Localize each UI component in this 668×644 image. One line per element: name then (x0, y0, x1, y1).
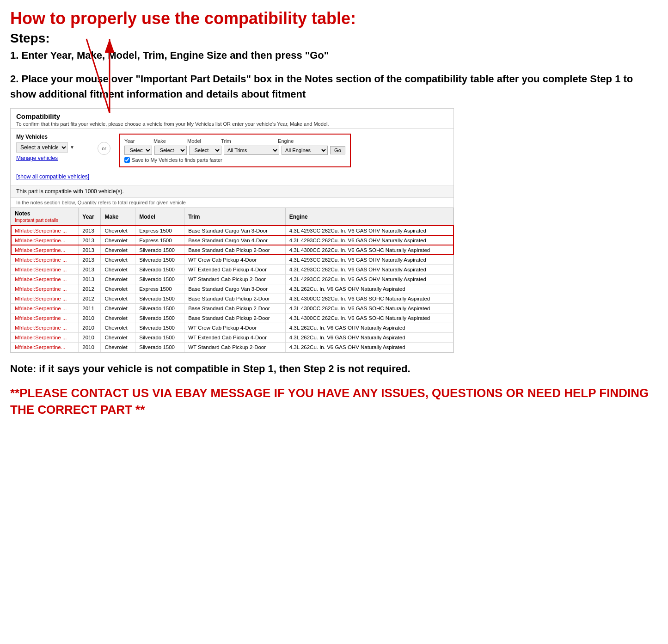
model-cell: Silverado 1500 (135, 255, 184, 264)
steps-heading: Steps: (10, 31, 658, 46)
table-row: Mfrlabel:Serpentine ...2013ChevroletSilv… (11, 264, 454, 274)
go-button[interactable]: Go (330, 146, 345, 154)
col-header-notes: Notes Important part details (11, 208, 79, 226)
compat-title: Compatibility (16, 112, 448, 120)
notes-cell: Mfrlabel:Serpentine ... (11, 255, 79, 264)
make-cell: Chevrolet (101, 264, 135, 274)
notes-cell: Mfrlabel:Serpentine ... (11, 284, 79, 294)
engine-cell: 4.3L 4300CC 262Cu. In. V6 GAS SOHC Natur… (285, 313, 453, 323)
model-cell: Silverado 1500 (135, 264, 184, 274)
make-cell: Chevrolet (101, 284, 135, 294)
col-header-model: Model (135, 208, 184, 226)
trim-cell: WT Crew Cab Pickup 4-Door (184, 323, 286, 332)
table-row: Mfrlabel:Serpentine ...2013ChevroletSilv… (11, 274, 454, 284)
make-cell: Chevrolet (101, 323, 135, 332)
trim-cell: Base Standard Cargo Van 4-Door (184, 235, 286, 245)
or-circle: or (98, 142, 110, 155)
my-vehicles-col: My Vehicles Select a vehicle ▼ Manage ve… (16, 134, 89, 180)
notes-cell: Mfrlabel:Serpentine ... (11, 226, 79, 235)
model-select[interactable]: -Select- (189, 146, 221, 155)
col-header-trim: Trim (184, 208, 286, 226)
model-cell: Express 1500 (135, 284, 184, 294)
make-cell: Chevrolet (101, 294, 135, 303)
make-cell: Chevrolet (101, 313, 135, 323)
year-cell: 2013 (79, 245, 101, 255)
trim-cell: Base Standard Cab Pickup 2-Door (184, 313, 286, 323)
model-cell: Express 1500 (135, 235, 184, 245)
trim-cell: Base Standard Cab Pickup 2-Door (184, 294, 286, 303)
make-select[interactable]: -Select- (154, 146, 187, 155)
notes-cell: Mfrlabel:Serpentine ... (11, 313, 79, 323)
engine-cell: 4.3L 4293CC 262Cu. In. V6 GAS OHV Natura… (285, 264, 453, 274)
make-cell: Chevrolet (101, 303, 135, 313)
ymm-labels: Year Make Model Trim Engine (124, 138, 345, 144)
engine-cell: 4.3L 4300CC 262Cu. In. V6 GAS SOHC Natur… (285, 245, 453, 255)
notes-cell: Mfrlabel:Serpentine ... (11, 323, 79, 332)
year-cell: 2012 (79, 284, 101, 294)
year-cell: 2013 (79, 255, 101, 264)
ymm-col: Year Make Model Trim Engine -Select- -Se… (119, 134, 448, 167)
year-cell: 2010 (79, 342, 101, 352)
trim-cell: WT Extended Cab Pickup 4-Door (184, 332, 286, 342)
manage-vehicles-link[interactable]: Manage vehicles (16, 155, 89, 161)
table-row: Mfrlabel:Serpentine...2013ChevroletSilve… (11, 245, 454, 255)
make-cell: Chevrolet (101, 235, 135, 245)
model-label: Model (187, 138, 217, 144)
year-select[interactable]: -Select- (124, 146, 152, 155)
trim-label: Trim (221, 138, 274, 144)
engine-select[interactable]: All Engines (282, 146, 328, 155)
trim-cell: Base Standard Cab Pickup 2-Door (184, 303, 286, 313)
model-cell: Silverado 1500 (135, 323, 184, 332)
engine-cell: 4.3L 4300CC 262Cu. In. V6 GAS SOHC Natur… (285, 294, 453, 303)
show-all-link[interactable]: [show all compatible vehicles] (16, 173, 89, 180)
compat-wrapper: Compatibility To confirm that this part … (10, 108, 658, 353)
year-cell: 2013 (79, 235, 101, 245)
compatibility-section: Compatibility To confirm that this part … (10, 108, 454, 353)
compat-info-bar: This part is compatible with 1000 vehicl… (11, 185, 454, 198)
year-cell: 2013 (79, 274, 101, 284)
step2-text: 2. Place your mouse over "Important Part… (10, 71, 658, 102)
year-cell: 2012 (79, 294, 101, 303)
model-cell: Silverado 1500 (135, 274, 184, 284)
notes-sub: Important part details (15, 218, 58, 223)
vehicle-select-dropdown[interactable]: Select a vehicle (16, 142, 68, 153)
trim-cell: WT Crew Cab Pickup 4-Door (184, 255, 286, 264)
ymm-selects: -Select- -Select- -Select- All Trims All (124, 146, 345, 155)
model-cell: Silverado 1500 (135, 313, 184, 323)
trim-select[interactable]: All Trims (224, 146, 279, 155)
save-checkbox[interactable] (124, 157, 130, 163)
compat-body: My Vehicles Select a vehicle ▼ Manage ve… (11, 129, 454, 185)
make-cell: Chevrolet (101, 342, 135, 352)
model-cell: Silverado 1500 (135, 294, 184, 303)
year-cell: 2010 (79, 332, 101, 342)
engine-cell: 4.3L 262Cu. In. V6 GAS OHV Naturally Asp… (285, 332, 453, 342)
engine-cell: 4.3L 4293CC 262Cu. In. V6 GAS OHV Natura… (285, 255, 453, 264)
notes-cell: Mfrlabel:Serpentine ... (11, 294, 79, 303)
table-row: Mfrlabel:Serpentine ...2012ChevroletExpr… (11, 284, 454, 294)
vehicle-select-row: Select a vehicle ▼ (16, 142, 89, 153)
trim-cell: Base Standard Cargo Van 3-Door (184, 226, 286, 235)
year-label: Year (124, 138, 150, 144)
engine-cell: 4.3L 4300CC 262Cu. In. V6 GAS SOHC Natur… (285, 303, 453, 313)
main-title: How to properly use the compatibility ta… (10, 8, 658, 28)
year-cell: 2011 (79, 303, 101, 313)
engine-cell: 4.3L 4293CC 262Cu. In. V6 GAS OHV Natura… (285, 235, 453, 245)
compat-note-bar: In the notes section below, Quantity ref… (11, 198, 454, 208)
make-cell: Chevrolet (101, 274, 135, 284)
engine-cell: 4.3L 4293CC 262Cu. In. V6 GAS OHV Natura… (285, 226, 453, 235)
make-cell: Chevrolet (101, 255, 135, 264)
col-header-engine: Engine (285, 208, 453, 226)
table-row: Mfrlabel:Serpentine ...2010ChevroletSilv… (11, 313, 454, 323)
engine-label: Engine (278, 138, 322, 144)
year-cell: 2010 (79, 313, 101, 323)
trim-cell: Base Standard Cab Pickup 2-Door (184, 245, 286, 255)
trim-cell: WT Standard Cab Pickup 2-Door (184, 342, 286, 352)
notes-cell: Mfrlabel:Serpentine... (11, 245, 79, 255)
make-cell: Chevrolet (101, 245, 135, 255)
year-cell: 2013 (79, 264, 101, 274)
table-row: Mfrlabel:Serpentine ...2010ChevroletSilv… (11, 323, 454, 332)
make-label: Make (153, 138, 184, 144)
dropdown-arrow-icon: ▼ (70, 145, 74, 150)
notes-cell: Mfrlabel:Serpentine ... (11, 274, 79, 284)
save-label: Save to My Vehicles to finds parts faste… (132, 157, 222, 163)
